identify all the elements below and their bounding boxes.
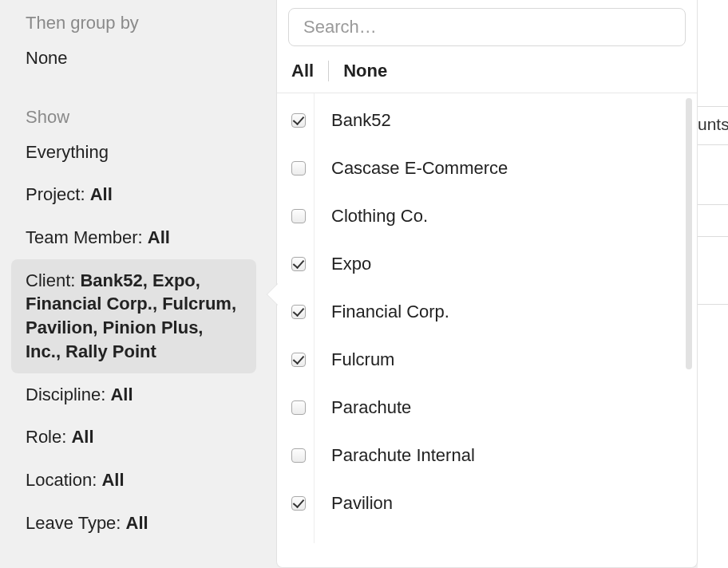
filter-value: All [110, 385, 133, 404]
filter-label: Client: [26, 270, 80, 290]
option-row[interactable]: Cascase E-Commerce [277, 144, 697, 192]
filter-row[interactable]: Everything [0, 131, 267, 174]
client-dropdown-panel: All None Bank52Cascase E-CommerceClothin… [276, 0, 698, 568]
option-checkbox[interactable] [291, 496, 306, 511]
option-label: Clothing Co. [320, 206, 428, 227]
option-checkbox[interactable] [291, 113, 306, 128]
filter-label: Team Member: [26, 227, 148, 247]
select-none-button[interactable]: None [343, 61, 387, 81]
bg-text-fragment: unts [698, 115, 728, 134]
filter-row[interactable]: Project: All [0, 173, 267, 216]
filter-row[interactable]: Location: All [0, 459, 267, 502]
filter-row[interactable]: Leave Type: All [0, 502, 267, 545]
option-row[interactable]: Fulcrum [277, 336, 697, 384]
bg-divider [698, 204, 728, 205]
option-label: Parachute Internal [320, 445, 475, 466]
option-checkbox[interactable] [291, 161, 306, 176]
group-by-section-label: Then group by [0, 8, 267, 37]
group-by-value-text: None [26, 48, 68, 68]
options-vertical-divider [314, 93, 315, 543]
filter-label: Everything [26, 142, 109, 162]
scrollbar-thumb[interactable] [686, 98, 692, 369]
filter-label: Location: [26, 470, 101, 490]
filter-label: Leave Type: [26, 513, 126, 533]
background-panel [698, 0, 728, 568]
bg-divider [698, 236, 728, 237]
filter-label: Role: [26, 427, 71, 447]
option-label: Bank52 [320, 110, 391, 131]
dropdown-pointer-icon [267, 283, 279, 306]
option-row[interactable]: Parachute [277, 384, 697, 432]
options-list: Bank52Cascase E-CommerceClothing Co.Expo… [277, 93, 697, 543]
bg-divider [698, 106, 728, 107]
option-checkbox[interactable] [291, 448, 306, 463]
filter-value: All [148, 227, 170, 247]
option-row[interactable]: Pinion Plus, Inc. [277, 527, 697, 543]
option-row[interactable]: Clothing Co. [277, 192, 697, 240]
select-all-button[interactable]: All [291, 61, 314, 81]
option-row[interactable]: Bank52 [277, 97, 697, 144]
option-checkbox[interactable] [291, 353, 306, 367]
option-label: Financial Corp. [320, 302, 449, 322]
option-checkbox[interactable] [291, 209, 306, 223]
filter-row[interactable]: Client: Bank52, Expo, Financial Corp., F… [11, 259, 256, 373]
option-label: Pavilion [320, 493, 393, 514]
filter-value: All [126, 513, 148, 533]
option-label: Parachute [320, 397, 411, 418]
group-by-value[interactable]: None [0, 37, 267, 80]
filter-label: Project: [26, 184, 90, 204]
option-row[interactable]: Financial Corp. [277, 288, 697, 336]
show-section-label: Show [0, 102, 267, 131]
option-checkbox[interactable] [291, 257, 306, 271]
filter-value: All [90, 184, 113, 204]
select-actions: All None [277, 53, 697, 93]
filter-label: Discipline: [26, 385, 110, 404]
filter-row[interactable]: Team Member: All [0, 216, 267, 259]
filter-value: All [71, 427, 93, 447]
filter-value: All [101, 470, 124, 490]
option-label: Fulcrum [320, 349, 394, 370]
option-label: Cascase E-Commerce [320, 158, 508, 179]
sidebar: Then group by None Show EverythingProjec… [0, 0, 267, 568]
option-label: Pinion Plus, Inc. [320, 541, 457, 543]
option-checkbox[interactable] [291, 305, 306, 319]
option-row[interactable]: Expo [277, 240, 697, 288]
option-row[interactable]: Pavilion [277, 479, 697, 527]
search-wrap [277, 0, 697, 53]
bg-divider [698, 304, 728, 305]
options-scroll: Bank52Cascase E-CommerceClothing Co.Expo… [277, 93, 697, 543]
bg-divider [698, 144, 728, 145]
option-row[interactable]: Parachute Internal [277, 432, 697, 479]
option-checkbox[interactable] [291, 400, 306, 415]
search-input[interactable] [288, 8, 686, 46]
option-label: Expo [320, 254, 371, 274]
action-divider [328, 61, 329, 81]
filter-row[interactable]: Discipline: All [0, 373, 267, 416]
filter-row[interactable]: Role: All [0, 416, 267, 459]
